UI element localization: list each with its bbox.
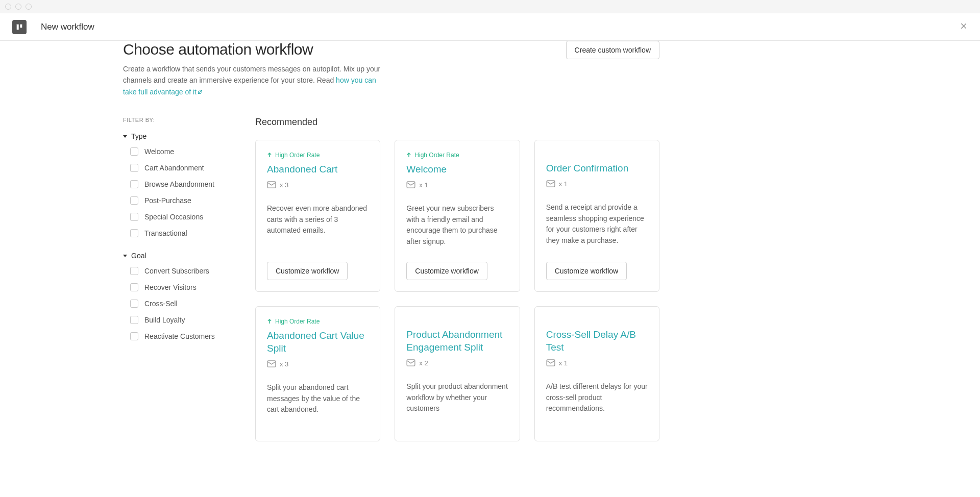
card-count: x 3: [280, 360, 288, 368]
filter-item-convert-subscribers[interactable]: Convert Subscribers: [130, 267, 255, 275]
filter-item-welcome[interactable]: Welcome: [130, 147, 255, 156]
checkbox[interactable]: [130, 180, 138, 188]
card-count: x 1: [559, 180, 568, 188]
customize-workflow-button[interactable]: Customize workflow: [546, 262, 627, 280]
badge-text: High Order Rate: [414, 152, 459, 159]
filter-item-label: Transactional: [144, 229, 187, 237]
svg-rect-5: [407, 182, 415, 188]
caret-down-icon: [123, 255, 127, 257]
checkbox[interactable]: [130, 300, 138, 308]
card-count: x 1: [419, 181, 428, 189]
checkbox[interactable]: [130, 196, 138, 205]
close-button[interactable]: [958, 21, 970, 33]
card-title[interactable]: Abandoned Cart Value Split: [267, 329, 369, 355]
customize-workflow-button[interactable]: Customize workflow: [406, 262, 487, 280]
checkbox[interactable]: [130, 283, 138, 291]
workflow-card-order-confirmation: Order Confirmation x 1 Send a receipt an…: [534, 140, 659, 291]
mail-icon: [546, 359, 555, 366]
filter-group-title-text: Type: [131, 132, 146, 140]
filter-item-label: Cart Abandonment: [144, 164, 204, 172]
svg-rect-1: [20, 24, 22, 28]
external-link-icon: [198, 86, 203, 91]
filter-item-label: Browse Abandonment: [144, 180, 214, 188]
traffic-maximize[interactable]: [26, 4, 32, 10]
svg-rect-7: [267, 361, 276, 367]
card-count: x 1: [559, 359, 568, 367]
checkbox[interactable]: [130, 267, 138, 275]
checkbox[interactable]: [130, 213, 138, 221]
filter-item-post-purchase[interactable]: Post-Purchase: [130, 196, 255, 205]
cards-area: Recommended High Order Rate Abandoned Ca…: [255, 117, 659, 441]
filter-sidebar: FILTER BY: Type Welcome Cart Abandonment…: [123, 117, 255, 441]
mail-icon: [406, 181, 415, 188]
filter-item-transactional[interactable]: Transactional: [130, 229, 255, 237]
svg-rect-4: [267, 182, 276, 188]
filter-item-label: Post-Purchase: [144, 196, 191, 205]
workflow-card-product-abandonment-engagement-split: Product Abandonment Engagement Split x 2…: [395, 306, 520, 441]
close-icon: [960, 22, 968, 32]
card-title[interactable]: Welcome: [406, 163, 508, 176]
create-custom-workflow-button[interactable]: Create custom workflow: [566, 41, 659, 59]
filter-item-label: Cross-Sell: [144, 300, 178, 308]
workflow-card-cross-sell-delay-ab-test: Cross-Sell Delay A/B Test x 1 A/B test d…: [534, 306, 659, 441]
traffic-minimize[interactable]: [15, 4, 21, 10]
arrow-up-icon: [406, 153, 411, 158]
checkbox[interactable]: [130, 316, 138, 324]
traffic-lights: [5, 4, 32, 10]
page-title: Choose automation workflow: [123, 41, 313, 58]
filter-item-cross-sell[interactable]: Cross-Sell: [130, 300, 255, 308]
card-meta: x 2: [406, 359, 508, 367]
filter-item-label: Welcome: [144, 147, 174, 156]
caret-down-icon: [123, 135, 127, 138]
filter-item-special-occasions[interactable]: Special Occasions: [130, 213, 255, 221]
arrow-up-icon: [267, 153, 272, 158]
high-order-rate-badge: High Order Rate: [267, 152, 369, 159]
filter-item-label: Convert Subscribers: [144, 267, 209, 275]
card-count: x 2: [419, 359, 428, 367]
filter-item-cart-abandonment[interactable]: Cart Abandonment: [130, 164, 255, 172]
arrow-up-icon: [267, 319, 272, 324]
high-order-rate-badge: High Order Rate: [267, 318, 369, 325]
filter-item-reactivate-customers[interactable]: Reactivate Customers: [130, 332, 255, 340]
traffic-close[interactable]: [5, 4, 11, 10]
filter-item-recover-visitors[interactable]: Recover Visitors: [130, 283, 255, 291]
card-meta: x 1: [546, 180, 648, 188]
filter-item-label: Reactivate Customers: [144, 332, 215, 340]
card-count: x 3: [280, 181, 288, 189]
badge-text: High Order Rate: [275, 152, 320, 159]
card-meta: x 1: [406, 181, 508, 189]
filter-item-label: Special Occasions: [144, 213, 203, 221]
checkbox[interactable]: [130, 164, 138, 172]
filter-group-goal[interactable]: Goal: [123, 252, 255, 260]
high-order-rate-badge: High Order Rate: [406, 152, 508, 159]
customize-workflow-button[interactable]: Customize workflow: [267, 262, 348, 280]
card-title[interactable]: Abandoned Cart: [267, 163, 369, 176]
checkbox[interactable]: [130, 147, 138, 156]
card-title[interactable]: Product Abandonment Engagement Split: [406, 328, 508, 354]
filter-item-browse-abandonment[interactable]: Browse Abandonment: [130, 180, 255, 188]
card-title[interactable]: Order Confirmation: [546, 162, 648, 175]
cards-grid: High Order Rate Abandoned Cart x 3 Recov…: [255, 140, 659, 441]
checkbox[interactable]: [130, 332, 138, 340]
page-description: Create a workflow that sends your custom…: [123, 63, 388, 97]
workflow-card-abandoned-cart: High Order Rate Abandoned Cart x 3 Recov…: [255, 140, 380, 291]
checkbox[interactable]: [130, 229, 138, 237]
workflow-card-abandoned-cart-value-split: High Order Rate Abandoned Cart Value Spl…: [255, 306, 380, 441]
card-description: Split your abandoned cart messages by th…: [267, 382, 369, 415]
scroll-area[interactable]: Choose automation workflow Create custom…: [0, 41, 980, 497]
workflow-card-welcome: High Order Rate Welcome x 1 Greet your n…: [395, 140, 520, 291]
card-title[interactable]: Cross-Sell Delay A/B Test: [546, 328, 648, 354]
filter-group-type[interactable]: Type: [123, 132, 255, 140]
svg-rect-9: [547, 360, 555, 366]
filter-item-build-loyalty[interactable]: Build Loyalty: [130, 316, 255, 324]
card-description: Split your product abandonment workflow …: [406, 381, 508, 415]
mail-icon: [267, 181, 276, 188]
svg-rect-6: [547, 181, 555, 187]
card-meta: x 1: [546, 359, 648, 367]
svg-rect-8: [407, 360, 415, 366]
filter-group-title-text: Goal: [131, 252, 146, 260]
section-title-recommended: Recommended: [255, 117, 659, 128]
mail-icon: [546, 180, 555, 187]
window-chrome: [0, 0, 980, 13]
app-logo[interactable]: [12, 20, 27, 34]
